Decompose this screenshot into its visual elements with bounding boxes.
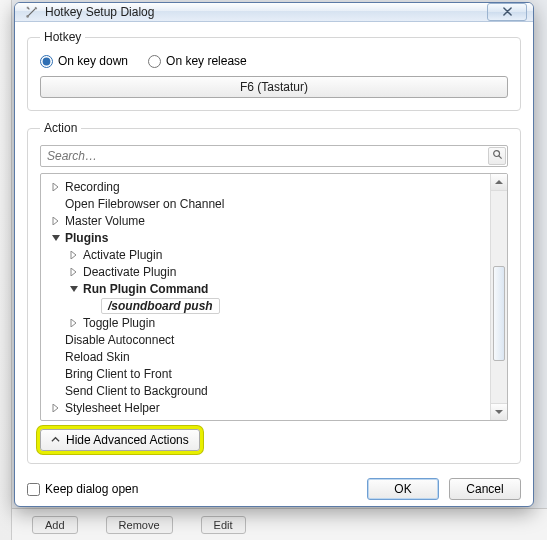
window-title: Hotkey Setup Dialog [45,5,154,19]
scrollbar-thumb[interactable] [493,266,505,361]
expand-icon [69,267,79,277]
tree-item-label: Activate Plugin [82,248,162,262]
chevron-up-icon [51,433,60,447]
tree-item-open-filebrowser[interactable]: Open Filebrowser on Channel [43,195,488,212]
search-icon [492,149,503,163]
svg-line-2 [498,156,501,159]
hotkey-capture-button[interactable]: F6 (Tastatur) [40,76,508,98]
hide-advanced-actions-button[interactable]: Hide Advanced Actions [40,429,200,451]
radio-on-key-release-input[interactable] [148,55,161,68]
chevron-up-icon [495,175,503,189]
tree-item-send-background[interactable]: Send Client to Background [43,382,488,399]
expand-icon [51,403,61,413]
tree-item-activate-plugin[interactable]: Activate Plugin [43,246,488,263]
selected-command-label: /soundboard push [101,298,220,314]
tree-item-run-plugin-command[interactable]: Run Plugin Command [43,280,488,297]
expand-icon [51,182,61,192]
tree-item-plugins[interactable]: Plugins [43,229,488,246]
keep-dialog-open-checkbox[interactable] [27,483,40,496]
expand-icon [69,250,79,260]
tree-item-label: Master Volume [64,214,145,228]
expand-icon [69,318,79,328]
tree-item-label: Toggle Plugin [82,316,155,330]
tree-item-reload-skin[interactable]: Reload Skin [43,348,488,365]
scroll-down-button[interactable] [491,403,507,420]
tree-item-label: Reload Skin [64,350,130,364]
svg-point-0 [26,15,29,18]
radio-on-key-down[interactable]: On key down [40,54,128,68]
collapse-icon [69,284,79,294]
cancel-button[interactable]: Cancel [449,478,521,500]
hide-advanced-label: Hide Advanced Actions [66,433,189,447]
tree-item-label: Send Client to Background [64,384,208,398]
hotkey-setup-dialog: Hotkey Setup Dialog Hotkey On key down O… [14,2,534,507]
parent-remove-button[interactable]: Remove [106,516,173,534]
tree-item-label: Run Plugin Command [82,282,208,296]
scrollbar-track[interactable] [491,191,507,403]
parent-add-button[interactable]: Add [32,516,78,534]
search-input[interactable] [40,145,508,167]
hotkey-legend: Hotkey [40,30,85,44]
parent-edit-button[interactable]: Edit [201,516,246,534]
tree-item-stylesheet-helper[interactable]: Stylesheet Helper [43,399,488,416]
close-icon [503,5,512,19]
parent-window-edge [0,0,12,540]
chevron-down-icon [495,405,503,419]
svg-point-1 [493,151,499,157]
tree-item-selected-command[interactable]: /soundboard push [43,297,488,314]
app-icon [25,5,39,19]
tree-item-label: Bring Client to Front [64,367,172,381]
tree-item-toggle-plugin[interactable]: Toggle Plugin [43,314,488,331]
tree-item-bring-front[interactable]: Bring Client to Front [43,365,488,382]
action-group: Action Recording [27,121,521,464]
radio-on-key-release-label: On key release [166,54,247,68]
tree-item-label: Plugins [64,231,108,245]
keep-dialog-open-label: Keep dialog open [45,482,138,496]
titlebar[interactable]: Hotkey Setup Dialog [15,3,533,22]
action-tree: Recording Open Filebrowser on Channel Ma… [40,173,508,421]
scroll-up-button[interactable] [491,174,507,191]
radio-on-key-down-input[interactable] [40,55,53,68]
collapse-icon [51,233,61,243]
hotkey-group: Hotkey On key down On key release F6 (Ta… [27,30,521,111]
tree-item-label: Disable Autoconnect [64,333,174,347]
radio-on-key-down-label: On key down [58,54,128,68]
search-button[interactable] [488,147,506,165]
tree-item-label: Stylesheet Helper [64,401,160,415]
expand-icon [51,216,61,226]
ok-button[interactable]: OK [367,478,439,500]
close-button[interactable] [487,3,527,21]
tree-item-label: Recording [64,180,120,194]
tree-item-deactivate-plugin[interactable]: Deactivate Plugin [43,263,488,280]
radio-on-key-release[interactable]: On key release [148,54,247,68]
tree-item-recording[interactable]: Recording [43,178,488,195]
tree-item-label: Open Filebrowser on Channel [64,197,224,211]
tree-item-disable-autoconnect[interactable]: Disable Autoconnect [43,331,488,348]
tree-scrollbar[interactable] [490,174,507,420]
action-legend: Action [40,121,81,135]
parent-toolbar: Add Remove Edit [12,508,547,540]
keep-dialog-open[interactable]: Keep dialog open [27,482,357,496]
tree-item-label: Deactivate Plugin [82,265,176,279]
tree-item-master-volume[interactable]: Master Volume [43,212,488,229]
